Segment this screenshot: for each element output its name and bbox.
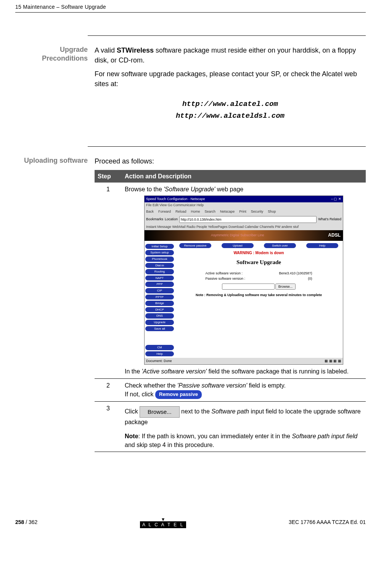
step-num: 1	[95, 183, 122, 378]
ss-url-input[interactable]	[179, 216, 317, 223]
remove-passive-pill: Remove passive	[155, 390, 202, 399]
window-controls: – ▢ ✕	[331, 197, 341, 202]
ss-upload-button[interactable]: Upload	[222, 243, 254, 248]
sidebar-item[interactable]: DNS	[145, 313, 174, 319]
bookmarks-label: Bookmarks	[146, 217, 163, 222]
heading-upgrade-preconditions: Upgrade Preconditions	[15, 45, 95, 131]
ss-passive-value: (0)	[308, 276, 312, 281]
page-footer: 258 / 362 ▼ A L C A T E L 3EC 17766 AAAA…	[0, 471, 381, 531]
step3-note: Note: If the path is known, you can imme…	[125, 432, 363, 449]
ss-active-label: Active software version :	[206, 271, 243, 276]
ss-browse-button[interactable]: Browse...	[275, 284, 296, 290]
step1-line2: In the 'Active software version' field t…	[125, 367, 363, 376]
header-rule	[15, 12, 366, 13]
sidebar-item[interactable]: Initial Setup	[145, 244, 174, 249]
forward-icon: Forward	[158, 209, 171, 214]
ss-status-icons: ▦ ▦ ▦ ▦	[325, 359, 341, 364]
sidebar-item[interactable]: System setup	[145, 250, 174, 255]
ss-passive-label: Passive software version :	[206, 276, 246, 281]
sidebar-item[interactable]: PPP	[145, 282, 174, 287]
security-icon: Security	[251, 209, 264, 214]
url-alcatel: http://www.alcatel.com	[95, 98, 366, 110]
step1-line1: Browse to the 'Software Upgrade' web pag…	[125, 185, 363, 194]
sidebar-item[interactable]: Dial-in	[145, 263, 174, 268]
text: If not, click	[125, 391, 155, 397]
note-label: Note	[125, 433, 138, 439]
text-italic: 'Active software version'	[141, 368, 207, 375]
shop-icon: Shop	[268, 209, 276, 214]
preconditions-p1: A valid STWireless software package must…	[95, 45, 366, 65]
browse-button-graphic: Browse...	[140, 406, 180, 418]
sidebar-item[interactable]: CM	[145, 345, 174, 350]
location-label: Location	[165, 217, 178, 222]
step3-line1: Click Browse... next to the Software pat…	[125, 406, 363, 426]
ss-switch-over-button[interactable]: Switch over	[264, 243, 296, 248]
step-num: 3	[95, 401, 122, 452]
section-rule-2	[88, 146, 366, 147]
text: Click	[125, 408, 140, 415]
text: : If the path is known, you can immediat…	[138, 433, 292, 439]
netscape-icon: Netscape	[220, 209, 235, 214]
text: field the software package that is runni…	[207, 368, 349, 375]
sidebar-item[interactable]: Help	[145, 351, 174, 357]
alcatel-logo: A L C A T E L	[140, 521, 186, 528]
ss-note: Note : Removing & Uploading software may…	[177, 293, 341, 298]
page-number: 258	[15, 519, 24, 525]
product-name: STWireless	[117, 46, 154, 54]
sidebar-item[interactable]: Phonebook	[145, 256, 174, 262]
text-italic: 'Software Upgrade'	[164, 186, 215, 192]
step-num: 2	[95, 378, 122, 401]
ss-warning: WARNING : Modem is down	[177, 250, 341, 256]
ss-location-bar: Bookmarks Location What's Related	[145, 215, 343, 224]
text-italic: Software path	[211, 408, 249, 415]
heading-uploading-software: Uploading software	[15, 156, 95, 452]
ss-titlebar: Speed Touch Configuration - Netscape– ▢ …	[145, 196, 343, 202]
text: Browse to the	[125, 186, 164, 192]
ss-menubar: File Edit View Go Communicator Help	[145, 202, 343, 208]
url-alcateldsl: http://www.alcateldsl.com	[95, 110, 366, 122]
running-header: 15 Maintenance – Software Upgrade	[15, 4, 366, 10]
banner-adsl: ADSL	[328, 232, 341, 239]
section-rule-1	[88, 35, 366, 36]
embedded-screenshot: Speed Touch Configuration - Netscape– ▢ …	[144, 195, 343, 365]
text: next to the	[180, 408, 212, 415]
sidebar-item[interactable]: Routing	[145, 269, 174, 274]
ss-page-title: Software Upgrade	[177, 258, 341, 267]
text-italic: 'Passive software version'	[177, 382, 247, 389]
ss-banner: Asymmetric Digital Subscriber Line ADSL	[145, 230, 343, 241]
proceed-text: Proceed as follows:	[95, 156, 366, 166]
whats-related: What's Related	[318, 217, 341, 222]
ss-remove-passive-button[interactable]: Remove passive	[179, 243, 211, 248]
ss-status-text: Document: Done	[146, 359, 172, 364]
ss-personal-toolbar: Instant Message WebMail Radio People Yel…	[145, 224, 343, 230]
sidebar-item[interactable]: CIP	[145, 288, 174, 293]
ss-statusbar: Document: Done▦ ▦ ▦ ▦	[145, 358, 343, 364]
page-total: / 362	[24, 519, 37, 525]
text: A valid	[95, 46, 117, 54]
ss-help-button[interactable]: Help	[306, 243, 338, 248]
text: Check whether the	[125, 382, 177, 389]
sidebar-item[interactable]: DHCP	[145, 307, 174, 312]
preconditions-p2: For new software upgrade packages, pleas…	[95, 69, 366, 89]
home-icon: Home	[191, 209, 200, 214]
th-step: Step	[95, 170, 122, 183]
text: field is empty.	[247, 382, 286, 389]
sidebar-item[interactable]: PPTP	[145, 295, 174, 300]
back-icon: Back	[146, 209, 154, 214]
banner-sub: Asymmetric Digital Subscriber Line	[147, 233, 328, 238]
reload-icon: Reload	[175, 209, 186, 214]
ss-path-input[interactable]	[222, 284, 275, 290]
text-italic: Software path input field	[292, 433, 357, 439]
table-row: 1 Browse to the 'Software Upgrade' web p…	[95, 183, 366, 378]
steps-table: Step Action and Description 1 Browse to …	[95, 170, 366, 452]
step2-line2: If not, click Remove passive	[125, 390, 363, 399]
ss-active-value: Bene3.410 (100258?)	[279, 271, 312, 276]
sidebar-item[interactable]: Save all	[145, 326, 174, 332]
doc-id: 3EC 17766 AAAA TCZZA Ed. 01	[289, 519, 366, 525]
sidebar-item[interactable]: Bridge	[145, 301, 174, 306]
sidebar-item[interactable]: Upgrade	[145, 320, 174, 325]
print-icon: Print	[239, 209, 246, 214]
text: In the	[125, 368, 141, 375]
ss-title-text: Speed Touch Configuration - Netscape	[146, 197, 205, 202]
sidebar-item[interactable]: NAPT	[145, 276, 174, 281]
